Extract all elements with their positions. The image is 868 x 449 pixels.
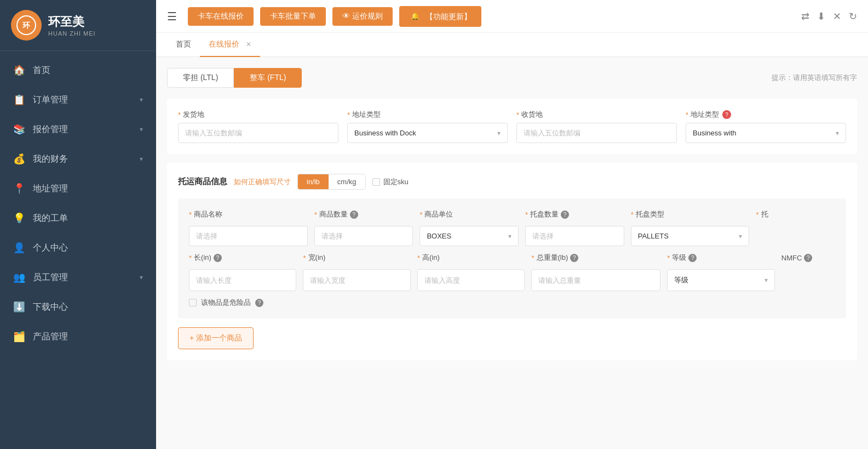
- dest-type-label: * 地址类型 ?: [686, 110, 846, 120]
- sidebar-item-staff[interactable]: 👥 员工管理 ▾: [0, 263, 156, 292]
- sidebar-label-download: 下载中心: [33, 302, 143, 313]
- sidebar-label-quote: 报价管理: [33, 124, 140, 135]
- sidebar-item-order[interactable]: 📋 订单管理 ▾: [0, 85, 156, 115]
- dest-type-field-group: * 地址类型 ? Business with ▾: [686, 110, 846, 143]
- address-form: * 发货地 * 地址类型 Business with Dock ▾: [167, 99, 857, 154]
- sidebar-item-profile[interactable]: 👤 个人中心: [0, 233, 156, 263]
- length-help-icon[interactable]: ?: [214, 254, 222, 262]
- sidebar-label-profile: 个人中心: [33, 242, 143, 254]
- col-unit-header: * 商品单位: [419, 209, 519, 219]
- sidebar-item-product[interactable]: 🗂️ 产品管理: [0, 322, 156, 351]
- cargo-unit-select[interactable]: BOXES ▾: [419, 226, 519, 246]
- topbar-refresh-icon[interactable]: ↻: [849, 10, 857, 22]
- sidebar-item-finance[interactable]: 💰 我的财务 ▾: [0, 144, 156, 174]
- sidebar-item-download[interactable]: ⬇️ 下载中心: [0, 292, 156, 322]
- finance-icon: 💰: [13, 153, 25, 165]
- sku-check-label[interactable]: 固定sku: [372, 177, 409, 187]
- cargo-pallet-type-chevron: ▾: [739, 232, 742, 240]
- sidebar-item-quote[interactable]: 📚 报价管理 ▾: [0, 115, 156, 144]
- col-qty-header: * 商品数量 ?: [314, 209, 413, 219]
- origin-type-select[interactable]: Business with Dock ▾: [347, 123, 508, 143]
- unit-inlb-button[interactable]: in/lb: [298, 174, 329, 189]
- sidebar-label-home: 首页: [33, 65, 143, 76]
- info-icon-red[interactable]: ?: [722, 110, 731, 119]
- cargo-grade-chevron: ▾: [764, 276, 768, 284]
- qty-help-icon[interactable]: ?: [350, 211, 358, 219]
- feature-update-button[interactable]: 🔔 【功能更新】: [399, 6, 481, 27]
- sidebar-item-workorder[interactable]: 💡 我的工单: [0, 203, 156, 233]
- topbar-action-1[interactable]: ⇄: [801, 10, 809, 22]
- svg-text:环: 环: [22, 21, 31, 30]
- sidebar-item-address[interactable]: 📍 地址管理: [0, 174, 156, 203]
- address-row: * 发货地 * 地址类型 Business with Dock ▾: [178, 110, 846, 143]
- cargo-weight-input[interactable]: [531, 269, 660, 291]
- col-extra-header: * 托: [756, 209, 835, 219]
- danger-row: 该物品是危险品 ?: [189, 298, 835, 308]
- download-icon: ⬇️: [13, 301, 25, 313]
- workorder-icon: 💡: [13, 212, 25, 224]
- cargo-name-input[interactable]: [189, 226, 308, 246]
- topbar-download-icon[interactable]: ⬇: [817, 10, 825, 22]
- sidebar-label-staff: 员工管理: [33, 272, 140, 283]
- ftl-button[interactable]: 整车 (FTL): [234, 68, 302, 88]
- danger-checkbox[interactable]: [189, 299, 197, 306]
- product-icon: 🗂️: [13, 331, 25, 343]
- topbar-close-icon[interactable]: ✕: [833, 10, 841, 22]
- truck-quote-button[interactable]: 卡车在线报价: [188, 7, 254, 26]
- tab-close-icon[interactable]: ✕: [246, 41, 251, 48]
- sku-checkbox[interactable]: [372, 178, 380, 186]
- cargo-pallet-type-select[interactable]: PALLETS ▾: [631, 226, 750, 246]
- mode-selector-row: 零担 (LTL) 整车 (FTL) 提示：请用英语填写所有字: [167, 68, 857, 88]
- eye-icon: 👁: [342, 12, 352, 20]
- origin-zip-input[interactable]: [178, 123, 338, 143]
- cargo-height-input[interactable]: [417, 269, 525, 291]
- logo-en: HUAN ZHI MEI: [48, 30, 96, 37]
- sidebar-item-home[interactable]: 🏠 首页: [0, 55, 156, 85]
- ltl-button[interactable]: 零担 (LTL): [167, 68, 234, 88]
- cargo-qty-input[interactable]: [314, 226, 413, 246]
- cargo-dim-inputs: 等级 ▾: [189, 269, 835, 291]
- cargo-form-section: 托运商品信息 如何正确填写尺寸 in/lb cm/kg 固定sku * 商品名称: [167, 163, 857, 360]
- weight-help-icon[interactable]: ?: [570, 254, 578, 262]
- truck-batch-button[interactable]: 卡车批量下单: [260, 7, 326, 26]
- pallet-qty-help-icon[interactable]: ?: [561, 211, 569, 219]
- cargo-pallet-type-value: PALLETS: [638, 232, 739, 240]
- cargo-pallet-qty-input[interactable]: [525, 226, 624, 246]
- topbar: ☰ 卡车在线报价 卡车批量下单 👁 运价规则 🔔 【功能更新】 ⇄ ⬇ ✕ ↻: [156, 0, 868, 33]
- origin-field-group: * 发货地: [178, 110, 338, 143]
- chevron-down-icon-4: ▾: [140, 274, 143, 281]
- unit-toggle: in/lb cm/kg: [297, 174, 366, 190]
- shipping-rules-button[interactable]: 👁 运价规则: [332, 7, 393, 26]
- danger-label: 该物品是危险品: [201, 298, 251, 308]
- col-weight-header: * 总重量(lb) ?: [531, 253, 660, 263]
- main-area: ☰ 卡车在线报价 卡车批量下单 👁 运价规则 🔔 【功能更新】 ⇄ ⬇ ✕ ↻ …: [156, 0, 868, 449]
- sidebar: 环 环至美 HUAN ZHI MEI 🏠 首页 📋 订单管理 ▾ 📚 报价管理 …: [0, 0, 156, 449]
- cargo-section-title: 托运商品信息 如何正确填写尺寸 in/lb cm/kg 固定sku: [178, 174, 846, 190]
- add-product-button[interactable]: + 添加一个商品: [178, 327, 254, 349]
- cargo-table: * 商品名称 * 商品数量 ? * 商品单位 * 托盘数量: [178, 198, 846, 319]
- danger-help-icon[interactable]: ?: [255, 299, 263, 307]
- tabs-bar: 首页 在线报价 ✕: [156, 33, 868, 57]
- tab-home[interactable]: 首页: [167, 33, 200, 57]
- cargo-length-input[interactable]: [189, 269, 296, 291]
- address-icon: 📍: [13, 183, 25, 195]
- chevron-down-icon-2: ▾: [140, 126, 143, 133]
- cargo-row1-headers: * 商品名称 * 商品数量 ? * 商品单位 * 托盘数量: [189, 209, 835, 219]
- cargo-grade-select[interactable]: 等级 ▾: [667, 269, 775, 291]
- logo-icon: 环: [11, 10, 42, 41]
- how-to-fill-link[interactable]: 如何正确填写尺寸: [234, 177, 291, 187]
- tab-quote[interactable]: 在线报价 ✕: [200, 33, 260, 57]
- bell-icon: 🔔: [409, 10, 421, 22]
- col-length-header: * 长(in) ?: [189, 253, 296, 263]
- cargo-width-input[interactable]: [303, 269, 410, 291]
- menu-icon[interactable]: ☰: [167, 10, 177, 23]
- dest-type-chevron: ▾: [836, 129, 839, 137]
- dest-zip-input[interactable]: [516, 123, 677, 143]
- logo-cn: 环至美: [48, 14, 96, 30]
- dest-type-select[interactable]: Business with ▾: [686, 123, 846, 143]
- grade-help-icon[interactable]: ?: [688, 254, 697, 262]
- nmfc-help-icon[interactable]: ?: [804, 254, 812, 262]
- unit-cmkg-button[interactable]: cm/kg: [329, 174, 365, 189]
- dest-label: * 收货地: [516, 110, 677, 120]
- home-icon: 🏠: [13, 64, 25, 76]
